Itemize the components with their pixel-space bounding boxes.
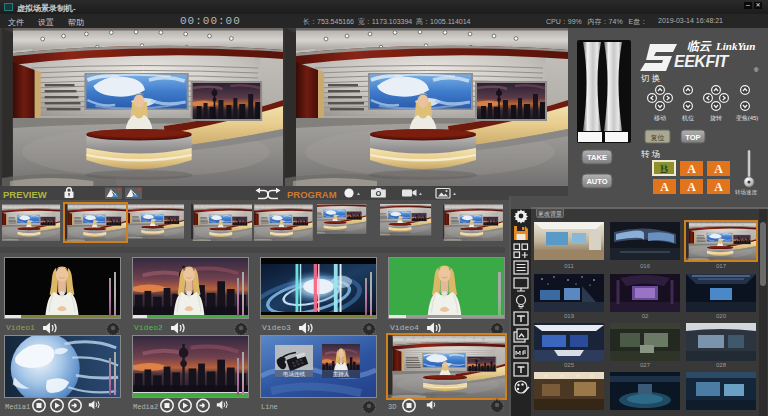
svg-text:变焦(45): 变焦(45) — [736, 114, 759, 122]
svg-text:A: A — [660, 180, 669, 194]
svg-text:TAKE: TAKE — [587, 153, 607, 162]
svg-text:AUTO: AUTO — [586, 177, 607, 186]
svg-text:LinkYun: LinkYun — [715, 40, 755, 52]
svg-text:TOP: TOP — [685, 133, 700, 142]
svg-text:A: A — [714, 180, 723, 194]
svg-text:A: A — [687, 162, 696, 176]
svg-text:切 换: 切 换 — [640, 73, 660, 83]
svg-text:转场速度: 转场速度 — [735, 189, 758, 196]
svg-text:临云: 临云 — [687, 39, 712, 53]
svg-text:复位: 复位 — [651, 134, 665, 142]
svg-text:机位: 机位 — [682, 115, 694, 121]
svg-text:转 场: 转 场 — [641, 149, 660, 159]
svg-text:®: ® — [754, 67, 759, 73]
svg-text:A: A — [714, 162, 723, 176]
svg-text:移动: 移动 — [654, 115, 666, 122]
svg-text:旋转: 旋转 — [710, 115, 722, 122]
svg-text:A: A — [687, 180, 696, 194]
svg-text:EEKFIT: EEKFIT — [674, 53, 730, 70]
